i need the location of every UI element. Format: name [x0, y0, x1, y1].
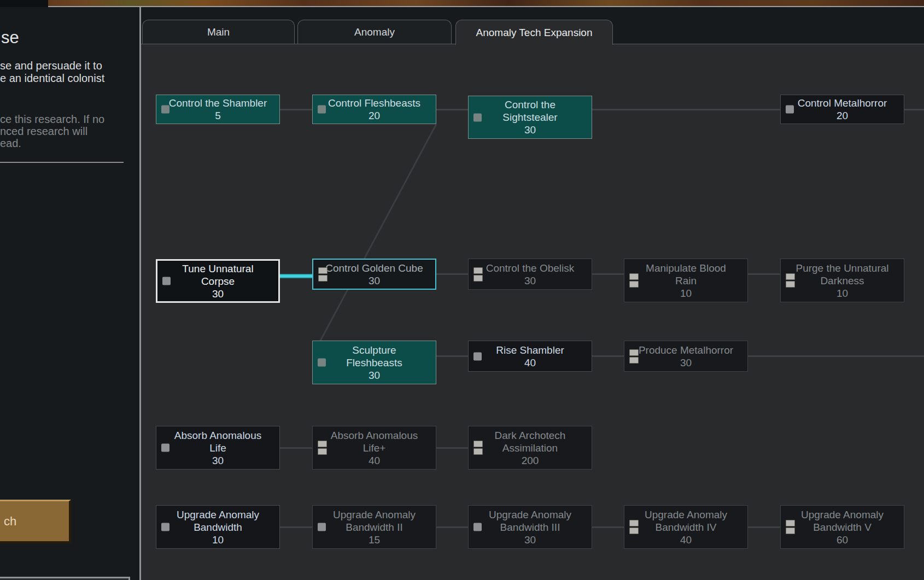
research-node-label: Rise Shambler	[496, 344, 564, 356]
connector-line	[436, 109, 468, 110]
tab-label: Anomaly	[354, 26, 395, 38]
research-node-label: Corpse	[201, 275, 235, 288]
research-node-rise-shambler[interactable]: Rise Shambler40	[468, 341, 592, 372]
techprint-double-square-icon	[786, 520, 795, 534]
research-cost: 60	[837, 534, 848, 546]
connector-line	[592, 109, 780, 110]
connector-line	[592, 526, 624, 528]
research-node-label: Sightstealer	[502, 111, 557, 124]
research-node-control-the-sightstealer[interactable]: Control theSightstealer30	[468, 96, 592, 139]
research-cost: 10	[837, 287, 848, 300]
research-node-label: Upgrade Anomaly	[489, 508, 571, 521]
research-node-label: Purge the Unnatural	[796, 262, 888, 274]
research-node-control-golden-cube[interactable]: Control Golden Cube30	[312, 259, 436, 290]
research-node-upgrade-anomaly-bandwidth-ii[interactable]: Upgrade AnomalyBandwidth II15	[312, 505, 436, 549]
research-cost: 40	[680, 534, 692, 546]
research-node-control-fleshbeasts[interactable]: Control Fleshbeasts20	[312, 95, 436, 124]
tab-anomaly-tech-expansion[interactable]: Anomaly Tech Expansion	[455, 20, 613, 45]
research-node-control-the-shambler[interactable]: Control the Shambler5	[156, 95, 280, 124]
research-cost: 10	[212, 534, 224, 546]
research-cost: 5	[215, 109, 221, 122]
research-node-label: Manipulate Blood	[646, 262, 726, 274]
square-icon	[473, 523, 482, 531]
note-line: ead.	[0, 137, 104, 149]
square-icon	[473, 113, 482, 121]
research-node-label: Sculpture	[352, 344, 396, 356]
tab-anomaly[interactable]: Anomaly	[297, 20, 452, 44]
techprint-double-square-icon	[786, 273, 795, 288]
research-node-label: Control the	[505, 98, 555, 111]
research-cost: 30	[524, 534, 536, 546]
research-cost: 40	[524, 356, 536, 369]
connector-line	[280, 109, 312, 110]
techprint-double-square-icon	[629, 520, 639, 534]
research-node-label: Bandwidth IV	[656, 521, 717, 534]
connector-line	[436, 355, 468, 357]
research-node-label: Control Golden Cube	[325, 262, 423, 274]
research-node-produce-metalhorror[interactable]: Produce Metalhorror30	[624, 341, 748, 372]
research-node-label: Darkness	[820, 274, 864, 287]
research-node-upgrade-anomaly-bandwidth-iv[interactable]: Upgrade AnomalyBandwidth IV40	[624, 505, 748, 549]
research-node-label: Tune Unnatural	[182, 262, 253, 275]
description-line: se and persuade it to	[0, 60, 104, 72]
research-node-dark-archotech-assimilation[interactable]: Dark ArchotechAssimilation200	[468, 426, 592, 470]
research-node-label: Life	[209, 442, 226, 454]
info-bottom-box	[0, 577, 130, 580]
research-cost: 20	[369, 109, 380, 122]
game-world-strip-shadow	[0, 0, 48, 7]
note-line: ce this research. If no	[0, 113, 104, 125]
research-node-label: Bandwidth III	[500, 521, 560, 534]
tab-label: Main	[207, 26, 230, 38]
research-node-label: Control the Obelisk	[486, 262, 575, 274]
square-icon	[318, 359, 326, 367]
techprint-double-square-icon	[318, 441, 327, 455]
research-node-control-the-obelisk[interactable]: Control the Obelisk30	[468, 259, 592, 290]
highlighted-connector-line	[280, 274, 312, 278]
techprint-double-square-icon	[318, 267, 328, 282]
research-node-sculpture-fleshbeasts[interactable]: SculptureFleshbeasts30	[312, 341, 436, 384]
research-info-panel: se se and persuade it toe an identical c…	[0, 7, 139, 580]
research-button-label-fragment: ch	[4, 514, 16, 528]
research-node-control-metalhorror[interactable]: Control Metalhorror20	[780, 95, 904, 124]
research-node-tune-unnatural-corpse[interactable]: Tune UnnaturalCorpse30	[156, 259, 280, 303]
research-screen: se se and persuade it toe an identical c…	[0, 0, 924, 580]
connector-line	[436, 447, 468, 449]
connector-line	[592, 355, 624, 357]
research-description: se and persuade it toe an identical colo…	[0, 60, 104, 85]
research-cost: 10	[680, 287, 692, 300]
research-node-label: Upgrade Anomaly	[645, 508, 727, 521]
research-node-absorb-anomalous-life-plus[interactable]: Absorb AnomalousLife+40	[312, 426, 436, 470]
tab-label: Anomaly Tech Expansion	[476, 27, 593, 39]
window-left-border	[139, 7, 141, 580]
divider	[0, 162, 124, 163]
research-node-label: Absorb Anomalous	[331, 429, 418, 442]
research-cost: 30	[212, 454, 224, 467]
square-icon	[786, 106, 794, 114]
research-node-label: Control Metalhorror	[798, 97, 887, 109]
research-cost: 30	[212, 288, 224, 300]
research-node-label: Upgrade Anomaly	[801, 508, 884, 521]
square-icon	[161, 523, 169, 531]
connector-line	[592, 273, 624, 275]
research-node-label: Control the Shambler	[169, 97, 267, 109]
square-icon	[318, 106, 326, 114]
research-node-label: Bandwidth	[194, 521, 242, 534]
square-icon	[161, 106, 169, 114]
research-node-upgrade-anomaly-bandwidth[interactable]: Upgrade AnomalyBandwidth10	[156, 505, 280, 549]
research-node-absorb-anomalous-life[interactable]: Absorb AnomalousLife30	[156, 426, 280, 470]
connector-line	[436, 273, 468, 275]
research-cost: 40	[369, 454, 380, 467]
research-note: ce this research. If nonced research wil…	[0, 113, 104, 149]
tab-main[interactable]: Main	[142, 20, 295, 44]
research-node-label: Control Fleshbeasts	[328, 97, 420, 109]
research-button[interactable]: ch	[0, 500, 71, 543]
research-cost: 30	[369, 369, 380, 382]
research-node-upgrade-anomaly-bandwidth-v[interactable]: Upgrade AnomalyBandwidth V60	[780, 505, 904, 549]
research-node-manipulate-blood-rain[interactable]: Manipulate BloodRain10	[624, 259, 748, 302]
research-node-label: Life+	[363, 442, 386, 454]
note-line: nced research will	[0, 125, 104, 137]
research-node-purge-the-unnatural-darkness[interactable]: Purge the UnnaturalDarkness10	[780, 259, 904, 302]
research-node-label: Bandwidth II	[346, 521, 403, 534]
research-node-upgrade-anomaly-bandwidth-iii[interactable]: Upgrade AnomalyBandwidth III30	[468, 505, 592, 549]
research-node-label: Upgrade Anomaly	[333, 508, 416, 521]
